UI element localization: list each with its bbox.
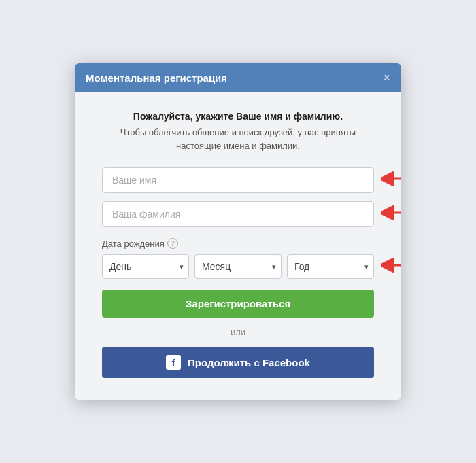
first-name-input[interactable] — [102, 167, 374, 193]
help-icon[interactable]: ? — [167, 238, 178, 249]
birthdate-label-text: Дата рождения — [102, 239, 165, 249]
birthdate-label-row: Дата рождения ? — [102, 238, 374, 249]
modal-subtitle: Пожалуйста, укажите Ваше имя и фамилию. — [102, 111, 374, 122]
close-button[interactable]: × — [383, 71, 390, 84]
birthdate-selects-row: День ▾ Месяц ▾ Год ▾ — [102, 254, 374, 279]
modal-header: Моментальная регистрация × — [75, 63, 401, 92]
divider-row: или — [102, 327, 374, 337]
register-button[interactable]: Зарегистрироваться — [102, 290, 374, 318]
last-name-input[interactable] — [102, 201, 374, 227]
first-name-arrow — [381, 171, 401, 189]
year-select[interactable]: Год — [287, 254, 374, 279]
year-select-wrap: Год ▾ — [287, 254, 374, 279]
last-name-arrow — [381, 205, 401, 223]
month-select[interactable]: Месяц — [194, 254, 282, 279]
facebook-button-label: Продолжить с Facebook — [188, 357, 310, 368]
facebook-icon: f — [166, 355, 181, 370]
month-select-wrap: Месяц ▾ — [194, 254, 282, 279]
first-name-row — [102, 167, 374, 193]
modal-title: Моментальная регистрация — [86, 72, 227, 84]
modal-body: Пожалуйста, укажите Ваше имя и фамилию. … — [75, 92, 401, 400]
day-select[interactable]: День — [102, 254, 189, 279]
registration-modal: Моментальная регистрация × Пожалуйста, у… — [75, 63, 401, 400]
facebook-button[interactable]: f Продолжить с Facebook — [102, 347, 374, 378]
last-name-row — [102, 201, 374, 227]
divider-text: или — [231, 327, 245, 337]
modal-description: Чтобы облегчить общение и поиск друзей, … — [102, 126, 374, 152]
divider-line-right — [252, 332, 374, 332]
selects-arrow — [381, 258, 401, 275]
day-select-wrap: День ▾ — [102, 254, 189, 279]
divider-line-left — [102, 332, 224, 332]
